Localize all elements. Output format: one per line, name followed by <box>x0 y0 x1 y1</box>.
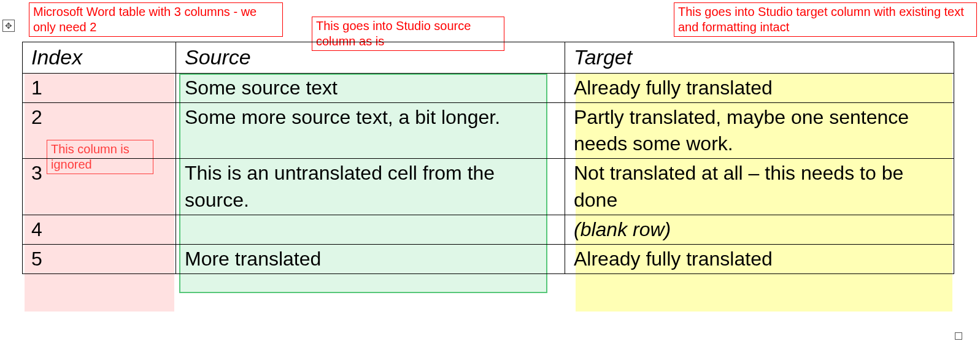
header-source: Source <box>176 42 565 74</box>
table-resize-handle-icon[interactable] <box>955 332 962 340</box>
cell-source[interactable]: Some source text <box>176 73 565 102</box>
table-row: 1 Some source text Already fully transla… <box>23 73 954 102</box>
annotation-target: This goes into Studio target column with… <box>674 2 977 37</box>
cell-target[interactable]: Not translated at all – this needs to be… <box>565 159 954 215</box>
cell-index[interactable]: 5 <box>23 245 176 274</box>
cell-target[interactable]: Already fully translated <box>565 73 954 102</box>
header-target: Target <box>565 42 954 74</box>
cell-source[interactable]: More translated <box>176 245 565 274</box>
table-row: 3 This is an untranslated cell from the … <box>23 159 954 215</box>
table-move-handle-icon[interactable]: ✥ <box>2 20 15 32</box>
table-row: 2 Some more source text, a bit longer. P… <box>23 103 954 159</box>
cell-source[interactable]: Some more source text, a bit longer. <box>176 103 565 159</box>
cell-target[interactable]: Already fully translated <box>565 245 954 274</box>
cell-index[interactable]: 1 <box>23 73 176 102</box>
cell-target[interactable]: (blank row) <box>565 215 954 244</box>
table-row: 4 (blank row) <box>23 215 954 244</box>
table-row: 5 More translated Already fully translat… <box>23 245 954 274</box>
cell-source[interactable] <box>176 215 565 244</box>
word-table: Index Source Target 1 Some source text A… <box>22 42 954 274</box>
cell-source[interactable]: This is an untranslated cell from the so… <box>176 159 565 215</box>
annotation-columns: Microsoft Word table with 3 columns - we… <box>29 2 283 37</box>
cell-index[interactable]: 4 <box>23 215 176 244</box>
cell-target[interactable]: Partly translated, maybe one sentence ne… <box>565 103 954 159</box>
table-header-row: Index Source Target <box>23 42 954 74</box>
cell-index[interactable]: 2 <box>23 103 176 159</box>
header-index: Index <box>23 42 176 74</box>
cell-index[interactable]: 3 <box>23 159 176 215</box>
